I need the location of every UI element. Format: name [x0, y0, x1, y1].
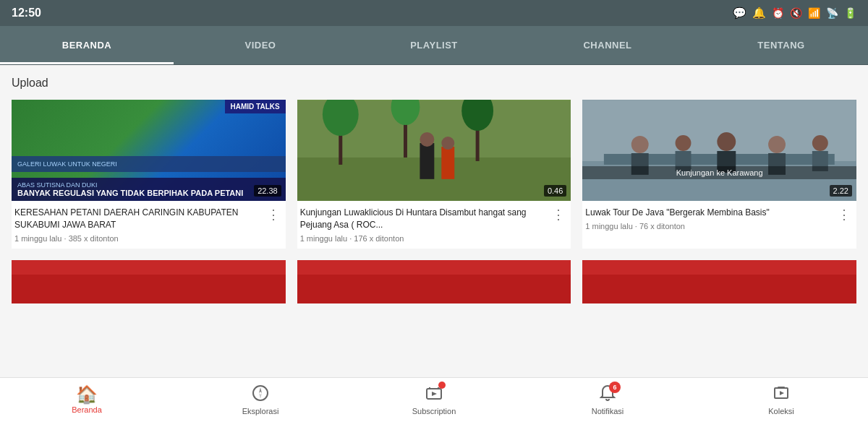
notifikasi-label: Notifikasi — [592, 407, 624, 415]
video-stats-1: 1 minggu lalu · 385 x ditonton — [14, 234, 264, 243]
koleksi-label: Koleksi — [768, 407, 793, 415]
overlay-main-title: BANYAK REGULASI YANG TIDAK BERPIHAK PADA… — [17, 189, 280, 197]
video-meta-3: Luwak Tour De Java "Bergerak Membina Bas… — [585, 207, 835, 231]
luwak-label-3: Kunjungan ke Karawang — [582, 166, 856, 179]
duration-badge-2: 0.46 — [544, 185, 566, 197]
video-grid: HAMID TALKS GALERI LUWAK UNTUK NEGERI AB… — [12, 100, 856, 303]
whatsapp-icon: 💬 — [733, 7, 746, 20]
svg-rect-30 — [582, 275, 856, 303]
subscription-badge — [438, 382, 446, 389]
bottom-nav-beranda[interactable]: 🏠 Beranda — [0, 386, 174, 414]
eksplorasi-label: Eksplorasi — [242, 407, 279, 415]
thumb-overlay-top-1: HAMID TALKS — [225, 100, 286, 113]
group-silhouette-3 — [582, 100, 856, 201]
duration-badge-1: 22.38 — [254, 185, 281, 197]
svg-rect-26 — [12, 275, 286, 303]
tab-channel[interactable]: CHANNEL — [521, 26, 694, 64]
subscription-label: Subscription — [412, 407, 456, 415]
more-options-1[interactable]: ⋮ — [264, 207, 283, 223]
svg-point-9 — [420, 132, 434, 147]
bottom-nav-koleksi[interactable]: Koleksi — [694, 384, 868, 415]
notification-badge: 6 — [609, 382, 621, 393]
svg-rect-28 — [297, 275, 571, 303]
video-title-3: Luwak Tour De Java "Bergerak Membina Bas… — [585, 207, 835, 219]
svg-point-15 — [631, 136, 649, 153]
bottom-nav-eksplorasi[interactable]: Eksplorasi — [174, 384, 347, 415]
svg-point-19 — [718, 132, 736, 151]
video-stats-3: 1 minggu lalu · 76 x ditonton — [585, 222, 835, 231]
thumbnail-2[interactable]: 0.46 — [297, 100, 571, 201]
thumbnail-6[interactable] — [582, 260, 856, 303]
video-title-2: Kunjungan Luwaklicious Di Huntara Disamb… — [300, 207, 550, 231]
svg-marker-39 — [780, 391, 784, 395]
alarm-icon: ⏰ — [772, 7, 784, 19]
signal-icon: 📡 — [826, 7, 838, 19]
home-icon: 🏠 — [76, 386, 98, 403]
notification-icon-wrapper: 6 — [599, 384, 616, 405]
bottom-nav-notifikasi[interactable]: 6 Notifikasi — [521, 384, 694, 415]
collection-icon — [773, 384, 790, 405]
thumbnail-5[interactable] — [297, 260, 571, 303]
overlay-person: ABAS SUTISNA DAN DUKI — [17, 181, 280, 189]
tab-tentang[interactable]: TENTANG — [694, 26, 868, 64]
svg-marker-33 — [259, 393, 262, 399]
video-title-1: KERESAHAN PETANI DAERAH CARINGIN KABUPAT… — [14, 207, 264, 231]
svg-rect-10 — [441, 147, 454, 179]
video-card-3: Kunjungan ke Karawang 2.22 Luwak Tour De… — [582, 100, 856, 249]
compass-icon — [252, 384, 269, 405]
video-card-4 — [12, 260, 286, 303]
svg-marker-35 — [432, 392, 437, 396]
person-silhouette-2 — [297, 100, 571, 201]
beranda-label: Beranda — [72, 405, 102, 414]
video-meta-2: Kunjungan Luwaklicious Di Huntara Disamb… — [300, 207, 550, 243]
svg-marker-32 — [259, 387, 262, 393]
battery-icon: 🔋 — [844, 7, 856, 19]
video-meta-1: KERESAHAN PETANI DAERAH CARINGIN KABUPAT… — [14, 207, 264, 243]
tab-beranda[interactable]: BERANDA — [0, 26, 174, 64]
svg-point-21 — [768, 136, 786, 153]
bottom-nav-subscription[interactable]: Subscription — [347, 384, 521, 415]
more-options-3[interactable]: ⋮ — [835, 207, 854, 223]
notification-icon: 🔔 — [752, 7, 766, 20]
video-card-5 — [297, 260, 571, 303]
section-title: Upload — [12, 77, 856, 90]
video-stats-2: 1 minggu lalu · 176 x ditonton — [300, 234, 550, 243]
svg-point-11 — [441, 137, 454, 150]
thumb-overlay-bottom-1: GALERI LUWAK UNTUK NEGERI — [12, 156, 286, 172]
svg-rect-40 — [778, 387, 785, 388]
subscription-icon-wrapper — [425, 384, 443, 405]
status-time: 12:50 — [12, 7, 41, 20]
tab-video[interactable]: VIDEO — [174, 26, 347, 64]
video-info-3: Luwak Tour De Java "Bergerak Membina Bas… — [582, 201, 856, 236]
subscription-icon — [425, 386, 443, 405]
svg-rect-8 — [420, 143, 434, 179]
video-card-2: 0.46 Kunjungan Luwaklicious Di Huntara D… — [297, 100, 571, 249]
status-icons: 💬 🔔 ⏰ 🔇 📶 📡 🔋 — [733, 7, 856, 20]
mute-icon: 🔇 — [790, 7, 802, 19]
status-bar: 12:50 💬 🔔 ⏰ 🔇 📶 📡 🔋 — [0, 0, 868, 26]
main-content: Upload HAMID TALKS GALERI LUWAK UNTUK NE… — [0, 65, 868, 377]
more-options-2[interactable]: ⋮ — [549, 207, 568, 223]
svg-point-17 — [676, 135, 692, 151]
thumbnail-4[interactable] — [12, 260, 286, 303]
nav-tabs: BERANDA VIDEO PLAYLIST CHANNEL TENTANG — [0, 26, 868, 65]
thumb-overlay-title-1: ABAS SUTISNA DAN DUKI BANYAK REGULASI YA… — [12, 178, 286, 201]
duration-badge-3: 2.22 — [830, 185, 852, 197]
wifi-icon: 📶 — [808, 7, 820, 19]
video-info-2: Kunjungan Luwaklicious Di Huntara Disamb… — [297, 201, 571, 249]
svg-point-23 — [812, 135, 828, 151]
tab-playlist[interactable]: PLAYLIST — [347, 26, 521, 64]
thumbnail-1[interactable]: HAMID TALKS GALERI LUWAK UNTUK NEGERI AB… — [12, 100, 286, 201]
video-info-1: KERESAHAN PETANI DAERAH CARINGIN KABUPAT… — [12, 201, 286, 249]
bottom-nav: 🏠 Beranda Eksplorasi S — [0, 377, 868, 422]
video-card-1: HAMID TALKS GALERI LUWAK UNTUK NEGERI AB… — [12, 100, 286, 249]
thumbnail-3[interactable]: Kunjungan ke Karawang 2.22 — [582, 100, 856, 201]
video-card-6 — [582, 260, 856, 303]
